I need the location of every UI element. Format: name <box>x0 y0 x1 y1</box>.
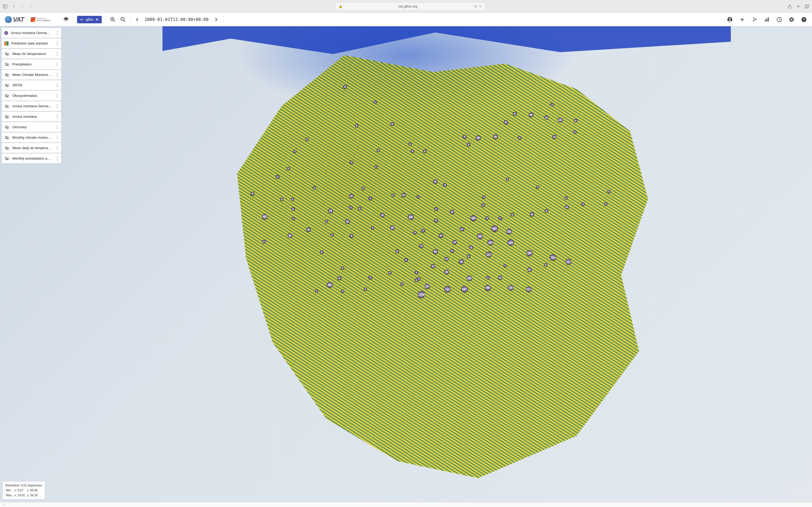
sidebar-toggle-icon[interactable] <box>3 4 7 9</box>
cluster-marker[interactable]: 1 <box>408 143 412 146</box>
cluster-marker[interactable]: 253 <box>488 240 493 245</box>
cluster-marker[interactable]: 14 <box>431 264 435 268</box>
cluster-marker[interactable]: 156 <box>506 229 512 234</box>
cluster-marker[interactable]: 41 <box>345 219 350 224</box>
layer-more-icon[interactable]: ⋮ <box>55 124 60 129</box>
cluster-marker[interactable]: 19 <box>530 212 534 217</box>
new-tab-icon[interactable] <box>796 4 801 9</box>
cluster-marker[interactable]: 2 <box>262 240 265 243</box>
cluster-marker[interactable]: 2 <box>467 143 470 146</box>
cluster-marker[interactable]: 2 <box>320 250 323 254</box>
cluster-marker[interactable]: 3 <box>551 103 554 107</box>
cluster-marker[interactable]: 202 <box>262 214 267 219</box>
visibility-off-icon[interactable] <box>4 51 10 57</box>
cluster-marker[interactable]: 2 <box>518 136 521 139</box>
map-view[interactable]: 4138441544537325968442101121122211712231… <box>0 26 812 507</box>
visibility-off-icon[interactable] <box>4 114 10 119</box>
layer-item[interactable]: Monthly precipitation am…⋮ <box>2 154 61 163</box>
layer-item[interactable]: Prediction data stacked⋮ <box>2 38 61 48</box>
cluster-marker[interactable]: 1168 <box>418 291 425 298</box>
time-config-icon[interactable] <box>776 16 782 23</box>
cluster-marker[interactable]: 456 <box>485 285 491 291</box>
cluster-marker[interactable]: 1 <box>371 226 374 229</box>
cluster-marker[interactable]: 1 <box>377 149 380 152</box>
chevron-down-icon[interactable]: ▾ <box>11 4 16 9</box>
visibility-off-icon[interactable] <box>4 72 10 77</box>
cluster-marker[interactable]: 8 <box>338 276 341 280</box>
layer-item[interactable]: Arnica montana Germany⋮ <box>2 101 61 111</box>
layer-item[interactable]: Arnica montana German…⋮ <box>2 28 61 38</box>
cluster-marker[interactable]: 5 <box>573 130 576 134</box>
visibility-off-icon[interactable] <box>4 124 10 130</box>
cluster-marker[interactable]: 6 <box>251 192 254 195</box>
cluster-marker[interactable]: 980 <box>491 225 498 232</box>
share-icon[interactable] <box>787 4 792 9</box>
cluster-marker[interactable]: 7 <box>368 196 372 201</box>
cluster-marker[interactable]: 212 <box>565 259 571 265</box>
cluster-marker[interactable]: 44 <box>529 112 533 117</box>
reload-icon[interactable]: ↻ <box>479 4 482 8</box>
timestamp-display[interactable]: 2000-01-01T12:00:00+00:00 <box>145 17 209 22</box>
cluster-marker[interactable]: 5 <box>486 217 489 220</box>
cluster-marker[interactable]: 22 <box>433 179 438 184</box>
cluster-marker[interactable]: 25 <box>349 194 354 198</box>
cluster-marker[interactable]: 6 <box>350 234 353 238</box>
cluster-marker[interactable]: 16 <box>498 276 502 280</box>
visibility-off-icon[interactable] <box>4 156 10 161</box>
cluster-marker[interactable]: 2 <box>291 207 295 211</box>
cluster-marker[interactable]: 243 <box>477 234 483 239</box>
cluster-marker[interactable]: 7 <box>498 216 502 220</box>
cluster-marker[interactable]: 2 <box>423 150 426 153</box>
cluster-marker[interactable]: 7 <box>434 207 438 211</box>
cluster-marker[interactable]: 74 <box>328 209 333 213</box>
cluster-marker[interactable]: 10 <box>553 135 557 139</box>
cluster-marker[interactable]: 2 <box>481 203 485 207</box>
cluster-marker[interactable]: 1 <box>293 150 296 153</box>
cluster-marker[interactable]: 1 <box>341 289 344 293</box>
cluster-marker[interactable]: 9 <box>463 135 466 139</box>
cluster-marker[interactable]: 358 <box>327 282 333 288</box>
visibility-off-icon[interactable] <box>4 82 10 88</box>
tabs-overview-icon[interactable] <box>805 4 809 9</box>
cluster-marker[interactable]: 1 <box>544 263 547 266</box>
visibility-off-icon[interactable] <box>4 62 10 67</box>
operators-icon[interactable] <box>751 16 758 23</box>
zoom-in-icon[interactable] <box>110 16 116 23</box>
cluster-marker[interactable]: 33 <box>390 225 395 230</box>
cluster-marker[interactable]: 217 <box>526 286 531 292</box>
layer-item[interactable]: Precipitation⋮ <box>2 59 61 69</box>
add-icon[interactable] <box>739 16 746 23</box>
layer-more-icon[interactable]: ⋮ <box>55 135 60 140</box>
cluster-marker[interactable]: 1 <box>400 282 404 286</box>
cluster-marker[interactable]: 1 <box>280 198 283 201</box>
cluster-marker[interactable]: 8 <box>450 249 454 253</box>
layer-item[interactable]: Mean Climate Moisture In…⋮ <box>2 70 61 80</box>
cluster-marker[interactable]: 15 <box>445 257 449 261</box>
cluster-marker[interactable]: 1 <box>361 187 365 190</box>
cluster-marker[interactable]: 282 <box>408 214 414 220</box>
layer-more-icon[interactable]: ⋮ <box>55 156 60 161</box>
cluster-marker[interactable]: 9 <box>404 258 408 262</box>
cluster-marker[interactable]: 1 <box>482 195 486 199</box>
cluster-marker[interactable]: 8 <box>434 219 438 222</box>
layer-item[interactable]: Mean Air temperature⋮ <box>2 49 61 59</box>
visibility-off-icon[interactable] <box>4 135 10 140</box>
cluster-marker[interactable]: 1 <box>313 186 316 189</box>
cluster-marker[interactable]: 649 <box>508 239 514 246</box>
cluster-marker[interactable]: 44 <box>558 118 563 122</box>
cluster-marker[interactable]: 1 <box>315 289 318 293</box>
cluster-marker[interactable]: 2 <box>467 254 470 258</box>
cluster-marker[interactable]: 2 <box>581 203 585 206</box>
visibility-off-icon[interactable] <box>4 146 10 151</box>
cluster-marker[interactable]: 127 <box>424 284 429 289</box>
cluster-marker[interactable]: 1 <box>287 167 290 170</box>
cluster-marker[interactable]: 21 <box>450 210 454 214</box>
layer-more-icon[interactable]: ⋮ <box>55 114 60 119</box>
layer-item[interactable]: Mean daily air temperatu…⋮ <box>2 143 61 153</box>
data-table-expand[interactable]: ︿ <box>0 502 812 507</box>
cluster-marker[interactable]: 15 <box>545 116 549 120</box>
time-next-icon[interactable] <box>213 16 219 23</box>
layer-more-icon[interactable]: ⋮ <box>55 62 60 67</box>
gfbio-back-button[interactable]: ↩ gfbio ❀ <box>77 16 101 23</box>
cluster-marker[interactable]: 3 <box>511 213 514 217</box>
